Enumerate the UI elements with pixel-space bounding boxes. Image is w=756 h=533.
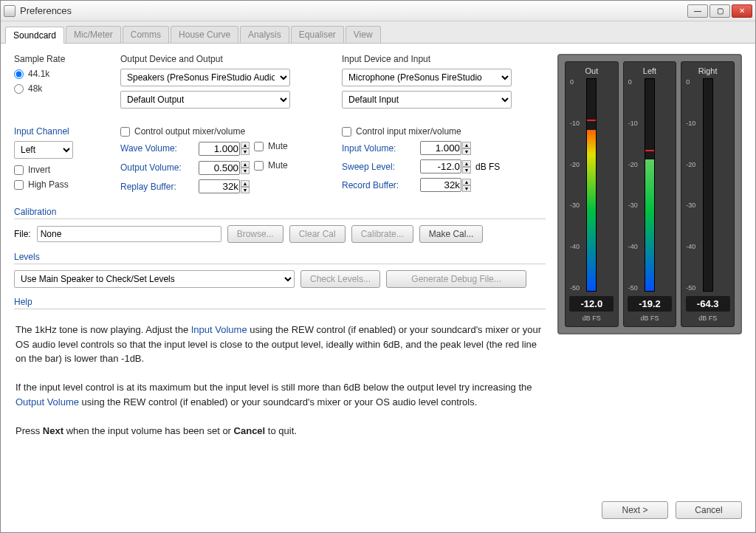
output-device-label: Output Device and Output — [120, 54, 324, 64]
cal-file-label: File: — [14, 229, 31, 239]
level-meters: Out 0-10-20-30-40-50 -12.0 dB FS Left 0-… — [557, 54, 742, 334]
next-button[interactable]: Next > — [602, 501, 668, 519]
meter-out-value: -12.0 — [569, 296, 614, 312]
spin-down-icon[interactable]: ▼ — [462, 148, 471, 155]
sweep-level-label: Sweep Level: — [342, 162, 416, 172]
invert-checkbox[interactable]: Invert — [14, 165, 103, 175]
input-input-select[interactable]: Default Input — [342, 91, 512, 109]
spin-down-icon[interactable]: ▼ — [462, 185, 471, 192]
spin-down-icon[interactable]: ▼ — [241, 148, 250, 155]
wave-mute-checkbox[interactable]: Mute — [254, 141, 288, 151]
spin-up-icon[interactable]: ▲ — [241, 142, 250, 148]
highpass-checkbox[interactable]: High Pass — [14, 179, 103, 190]
input-device-select[interactable]: Microphone (PreSonus FireStudio — [342, 69, 512, 86]
calibration-heading: Calibration — [14, 207, 546, 219]
input-volume-label: Input Volume: — [342, 143, 416, 154]
output-device-select[interactable]: Speakers (PreSonus FireStudio Audio) — [120, 69, 290, 86]
output-volume-label: Output Volume: — [120, 162, 194, 173]
output-output-select[interactable]: Default Output — [120, 91, 290, 109]
out-mute-checkbox[interactable]: Mute — [254, 160, 288, 171]
output-volume-input[interactable] — [199, 161, 240, 175]
control-output-mixer-checkbox[interactable]: Control output mixer/volume — [120, 126, 324, 137]
levels-heading: Levels — [14, 252, 546, 264]
sweep-unit: dB FS — [475, 162, 500, 172]
sample-rate-48[interactable]: 48k — [14, 83, 103, 94]
tab-equaliser[interactable]: Equaliser — [291, 26, 344, 43]
input-volume-input[interactable] — [420, 141, 461, 155]
replay-buffer-input[interactable] — [199, 179, 240, 193]
input-channel-label: Input Channel — [14, 126, 103, 137]
meter-ticks: 0-10-20-30-40-50 — [570, 78, 580, 292]
tab-house-curve[interactable]: House Curve — [171, 26, 238, 43]
check-levels-button[interactable]: Check Levels... — [300, 270, 380, 288]
tab-analysis[interactable]: Analysis — [240, 26, 289, 43]
tab-view[interactable]: View — [346, 26, 381, 43]
cancel-button[interactable]: Cancel — [676, 501, 742, 519]
spin-up-icon[interactable]: ▲ — [462, 160, 471, 167]
meter-out: Out 0-10-20-30-40-50 -12.0 dB FS — [565, 61, 619, 327]
record-buffer-input[interactable] — [420, 178, 461, 192]
preferences-window: Preferences — ▢ ✕ Soundcard Mic/Meter Co… — [0, 0, 756, 533]
wave-volume-input[interactable] — [199, 142, 240, 156]
generate-debug-button[interactable]: Generate Debug File... — [386, 270, 526, 288]
meter-left: Left 0-10-20-30-40-50 -19.2 dB FS — [623, 61, 677, 327]
record-buffer-label: Record Buffer: — [342, 180, 416, 190]
app-icon — [4, 5, 16, 17]
titlebar: Preferences — ▢ ✕ — [1, 1, 755, 21]
input-channel-select[interactable]: Left — [14, 141, 73, 159]
meter-left-value: -19.2 — [628, 296, 672, 312]
spin-down-icon[interactable]: ▼ — [462, 167, 471, 173]
sample-rate-label: Sample Rate — [14, 54, 103, 64]
spin-up-icon[interactable]: ▲ — [241, 161, 250, 168]
spin-down-icon[interactable]: ▼ — [241, 168, 250, 174]
window-title: Preferences — [20, 5, 687, 16]
minimize-button[interactable]: — — [687, 4, 708, 18]
footer: Next > Cancel — [1, 492, 755, 532]
calibrate-button[interactable]: Calibrate... — [351, 225, 413, 243]
spin-up-icon[interactable]: ▲ — [462, 179, 471, 185]
input-device-label: Input Device and Input — [342, 54, 546, 64]
cal-file-input[interactable] — [37, 226, 221, 242]
meter-right: Right 0-10-20-30-40-50 -64.3 dB FS — [681, 61, 735, 327]
close-button[interactable]: ✕ — [732, 4, 752, 18]
tab-mic-meter[interactable]: Mic/Meter — [66, 26, 121, 43]
browse-button[interactable]: Browse... — [227, 225, 284, 243]
spin-down-icon[interactable]: ▼ — [241, 187, 250, 193]
replay-buffer-label: Replay Buffer: — [120, 182, 194, 192]
help-heading: Help — [14, 297, 546, 309]
clear-cal-button[interactable]: Clear Cal — [289, 225, 346, 243]
spin-up-icon[interactable]: ▲ — [241, 180, 250, 187]
make-cal-button[interactable]: Make Cal... — [419, 225, 484, 243]
sample-rate-44[interactable]: 44.1k — [14, 69, 103, 79]
help-text: The 1kHz tone is now playing. Adjust the… — [14, 315, 546, 445]
tab-soundcard[interactable]: Soundcard — [5, 27, 64, 44]
spin-up-icon[interactable]: ▲ — [462, 142, 471, 148]
meter-right-value: -64.3 — [686, 296, 730, 312]
maximize-button[interactable]: ▢ — [709, 4, 730, 18]
tab-comms[interactable]: Comms — [123, 26, 169, 43]
sweep-level-input[interactable] — [420, 159, 461, 173]
wave-volume-label: Wave Volume: — [120, 143, 194, 154]
control-input-mixer-checkbox[interactable]: Control input mixer/volume — [342, 126, 546, 137]
levels-select[interactable]: Use Main Speaker to Check/Set Levels — [14, 270, 295, 288]
help-output-volume-link[interactable]: Output Volume — [16, 396, 79, 408]
tabbar: Soundcard Mic/Meter Comms House Curve An… — [1, 21, 755, 44]
help-input-volume-link[interactable]: Input Volume — [191, 324, 247, 335]
